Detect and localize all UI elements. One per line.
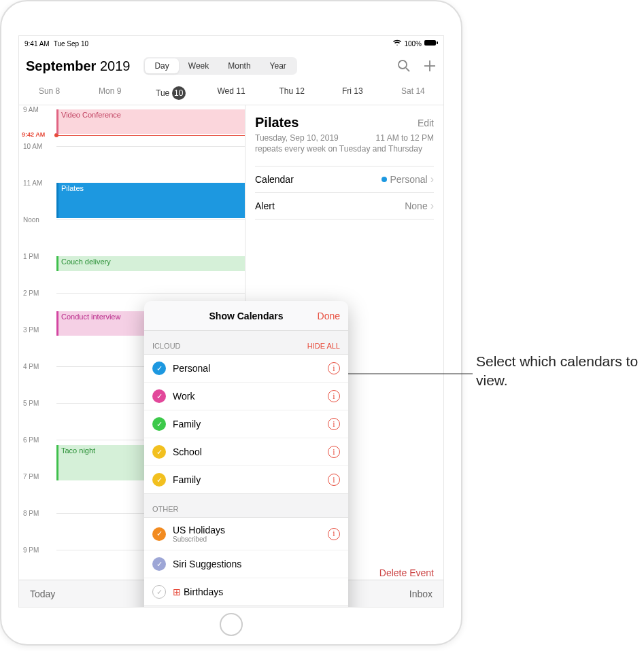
status-bar: 9:41 AM Tue Sep 10 100% xyxy=(19,36,443,51)
month-title: September 2019 xyxy=(26,58,130,74)
day-thu[interactable]: Thu 12 xyxy=(262,81,322,105)
battery-icon xyxy=(424,39,438,48)
checkmark-icon: ✓ xyxy=(152,473,166,487)
day-mon[interactable]: Mon 9 xyxy=(80,81,140,105)
today-button[interactable]: Today xyxy=(30,588,55,599)
checkmark-icon: ✓ xyxy=(152,585,166,599)
event-date: Tuesday, Sep 10, 2019 xyxy=(255,133,339,143)
calendar-label: ⊞Birthdays xyxy=(173,586,340,597)
calendar-label: Family xyxy=(173,474,328,485)
status-time: 9:41 AM xyxy=(24,40,50,48)
info-icon[interactable]: i xyxy=(328,474,340,486)
calendar-row-us-holidays[interactable]: ✓US HolidaysSubscribedi xyxy=(144,518,348,550)
info-icon[interactable]: i xyxy=(328,418,340,430)
time-label: 6 PM xyxy=(23,436,39,444)
calendar-row[interactable]: Calendar Personal › xyxy=(255,166,434,193)
days-row: Sun 8 Mon 9 Tue 10 Wed 11 Thu 12 Fri 13 … xyxy=(19,81,443,105)
search-icon[interactable] xyxy=(397,59,411,73)
info-icon[interactable]: i xyxy=(328,528,340,540)
checkmark-icon: ✓ xyxy=(152,417,166,431)
time-label: 1 PM xyxy=(23,253,39,260)
calendar-row-personal[interactable]: ✓Personali xyxy=(144,355,348,383)
time-label: 5 PM xyxy=(23,400,39,407)
time-label: 11 AM xyxy=(23,179,42,187)
day-sun[interactable]: Sun 8 xyxy=(19,81,80,105)
time-label: 9 PM xyxy=(23,546,39,554)
seg-week[interactable]: Week xyxy=(179,58,218,73)
seg-day[interactable]: Day xyxy=(145,58,178,73)
info-icon[interactable]: i xyxy=(328,390,340,402)
calendar-label: School xyxy=(173,446,328,457)
calendar-row-birthdays[interactable]: ✓⊞Birthdays xyxy=(144,578,348,605)
seg-month[interactable]: Month xyxy=(218,58,260,73)
done-button[interactable]: Done xyxy=(318,311,340,321)
time-label: 9 AM xyxy=(23,106,39,113)
day-fri[interactable]: Fri 13 xyxy=(322,81,383,105)
day-tue[interactable]: Tue 10 xyxy=(140,81,201,105)
show-calendars-popover: Show Calendars Done ICLOUD HIDE ALL ✓Per… xyxy=(144,301,348,608)
time-label: 3 PM xyxy=(23,326,39,334)
calendar-row-family[interactable]: ✓Familyi xyxy=(144,466,348,493)
svg-line-3 xyxy=(406,68,409,71)
view-segmented-control[interactable]: Day Week Month Year xyxy=(143,57,296,75)
seg-year[interactable]: Year xyxy=(260,58,296,73)
day-sat[interactable]: Sat 14 xyxy=(383,81,443,105)
wifi-icon xyxy=(393,39,401,48)
svg-rect-1 xyxy=(437,41,438,44)
event-title: Pilates xyxy=(255,115,299,130)
event-repeat: repeats every week on Tuesday and Thursd… xyxy=(255,144,434,154)
info-icon[interactable]: i xyxy=(328,446,340,458)
delete-event-button[interactable]: Delete Event xyxy=(379,567,434,578)
edit-button[interactable]: Edit xyxy=(418,118,434,128)
checkmark-icon: ✓ xyxy=(152,445,166,459)
checkmark-icon: ✓ xyxy=(152,389,166,403)
calendar-label: US HolidaysSubscribed xyxy=(173,525,328,543)
checkmark-icon: ✓ xyxy=(152,362,166,375)
chevron-right-icon: › xyxy=(430,173,434,186)
section-other-label: OTHER xyxy=(152,505,179,513)
time-label: 2 PM xyxy=(23,289,39,297)
nav-bar: September 2019 Day Week Month Year xyxy=(19,51,443,81)
home-button[interactable] xyxy=(220,613,243,636)
add-event-icon[interactable] xyxy=(423,59,437,73)
gift-icon: ⊞ xyxy=(173,586,181,597)
time-label: Noon xyxy=(23,216,39,224)
chevron-right-icon: › xyxy=(430,200,434,212)
event-time: 11 AM to 12 PM xyxy=(376,133,434,143)
calendar-row-work[interactable]: ✓Worki xyxy=(144,383,348,410)
callout-text: Select which calendars to view. xyxy=(476,352,639,391)
section-icloud-label: ICLOUD xyxy=(152,342,181,350)
alert-row[interactable]: Alert None › xyxy=(255,193,434,219)
svg-point-2 xyxy=(399,60,407,69)
calendar-label: Personal xyxy=(173,363,328,374)
inbox-button[interactable]: Inbox xyxy=(409,588,433,599)
calendar-label: Siri Suggestions xyxy=(173,559,340,569)
calendar-label: Work xyxy=(173,391,328,402)
status-date: Tue Sep 10 xyxy=(54,40,88,48)
dot-icon xyxy=(382,177,387,182)
hide-all-icloud-button[interactable]: HIDE ALL xyxy=(307,342,340,350)
time-label: 8 PM xyxy=(23,510,39,517)
svg-rect-0 xyxy=(424,40,436,46)
checkmark-icon: ✓ xyxy=(152,557,166,571)
time-label: 7 PM xyxy=(23,473,39,480)
event-couch-delivery[interactable]: Couch delivery xyxy=(56,256,245,271)
time-label: 10 AM xyxy=(23,143,42,150)
battery-pct: 100% xyxy=(404,40,422,48)
calendar-row-siri-suggestions[interactable]: ✓Siri Suggestions xyxy=(144,550,348,578)
event-video-conference[interactable]: Video Conference xyxy=(56,109,245,134)
event-pilates[interactable]: Pilates xyxy=(56,183,245,218)
time-label: 4 PM xyxy=(23,363,39,370)
info-icon[interactable]: i xyxy=(328,362,340,374)
checkmark-icon: ✓ xyxy=(152,527,166,541)
calendar-label: Family xyxy=(173,419,328,429)
calendar-row-family[interactable]: ✓Familyi xyxy=(144,410,348,438)
day-wed[interactable]: Wed 11 xyxy=(201,81,261,105)
calendar-row-school[interactable]: ✓Schooli xyxy=(144,438,348,466)
